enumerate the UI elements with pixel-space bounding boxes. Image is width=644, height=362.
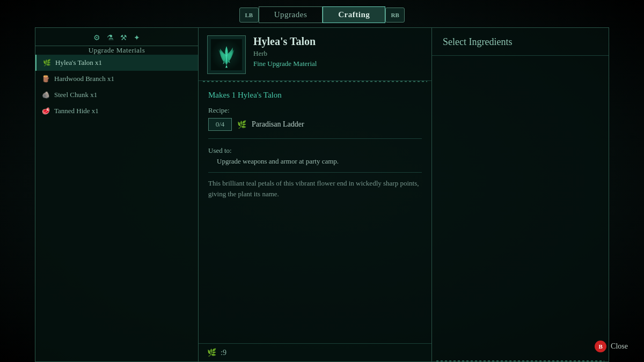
item-info: Hylea's Talon Herb Fine Upgrade Material	[253, 35, 317, 68]
select-ingredients-area	[432, 56, 609, 361]
icon-upgrade-4: ✦	[134, 33, 140, 42]
select-divider	[436, 360, 604, 361]
tab-upgrades[interactable]: Upgrades	[259, 6, 323, 23]
list-item-icon: 🥩	[42, 107, 50, 115]
recipe-ingredient-name: Paradisan Ladder	[252, 120, 304, 129]
list-item-label: Hylea's Talon x1	[55, 58, 102, 67]
lb-button[interactable]: LB	[239, 8, 259, 23]
list-item[interactable]: 🥩 Tanned Hide x1	[35, 103, 198, 119]
recipe-row: 0/4 🌿 Paradisan Ladder	[208, 118, 422, 131]
close-label: Close	[611, 342, 628, 351]
close-section: B Close	[595, 341, 628, 352]
list-item-icon: 🌿	[43, 59, 51, 67]
section-divider	[208, 138, 422, 139]
tab-crafting[interactable]: Crafting	[323, 6, 385, 23]
detail-content: Makes 1 Hylea's Talon Recipe: 0/4 🌿 Para…	[199, 82, 431, 343]
list-item[interactable]: 🪵 Hardwood Branch x1	[35, 71, 198, 87]
used-to-section: Used to: Upgrade weapons and armor at pa…	[208, 146, 422, 166]
middle-panel: Hylea's Talon Herb Fine Upgrade Material…	[199, 27, 432, 362]
left-panel-header: ⚙ ⚗ ⚒ ✦	[35, 28, 198, 46]
item-header: Hylea's Talon Herb Fine Upgrade Material	[199, 28, 431, 81]
item-description: This brilliant teal petals of this vibra…	[208, 172, 422, 199]
item-rarity: Fine Upgrade Material	[253, 60, 317, 68]
list-item[interactable]: 🪨 Steel Chunk x1	[35, 87, 198, 103]
item-image	[207, 35, 246, 74]
list-item[interactable]: 🌿 Hylea's Talon x1	[35, 55, 198, 71]
list-item-label: Hardwood Branch x1	[54, 75, 114, 83]
icon-upgrade-2: ⚗	[107, 33, 114, 42]
recipe-section: Recipe: 0/4 🌿 Paradisan Ladder	[208, 106, 422, 131]
list-item-icon: 🪨	[42, 91, 50, 99]
right-panel: Select Ingredients	[432, 27, 609, 362]
rb-button[interactable]: RB	[385, 8, 405, 23]
list-item-label: Steel Chunk x1	[54, 91, 97, 99]
used-to-label: Used to:	[208, 146, 422, 155]
panel-title: Upgrade Materials	[35, 46, 198, 55]
top-navigation: LB Upgrades Crafting RB	[0, 0, 644, 27]
list-item-label: Tanned Hide x1	[54, 107, 99, 115]
icon-upgrade-3: ⚒	[120, 33, 127, 42]
used-to-text: Upgrade weapons and armor at party camp.	[208, 157, 422, 166]
bottom-icon: 🌿	[207, 348, 216, 357]
item-name: Hylea's Talon	[253, 35, 317, 48]
makes-label: Makes 1 Hylea's Talon	[208, 91, 422, 100]
bottom-count: :9	[221, 349, 226, 357]
left-panel: ⚙ ⚗ ⚒ ✦ Upgrade Materials 🌿 Hylea's Talo…	[35, 27, 199, 362]
recipe-icon: 🌿	[237, 120, 246, 129]
b-button[interactable]: B	[595, 341, 606, 352]
recipe-label: Recipe:	[208, 106, 422, 115]
right-panel-title: Select Ingredients	[432, 28, 609, 56]
bottom-bar: 🌿 :9	[199, 343, 431, 361]
icon-upgrade-1: ⚙	[93, 33, 100, 42]
main-content: ⚙ ⚗ ⚒ ✦ Upgrade Materials 🌿 Hylea's Talo…	[0, 27, 644, 362]
list-item-icon: 🪵	[42, 75, 50, 83]
recipe-count: 0/4	[208, 118, 232, 131]
item-list: 🌿 Hylea's Talon x1 🪵 Hardwood Branch x1 …	[35, 55, 198, 361]
item-type: Herb	[253, 49, 317, 58]
